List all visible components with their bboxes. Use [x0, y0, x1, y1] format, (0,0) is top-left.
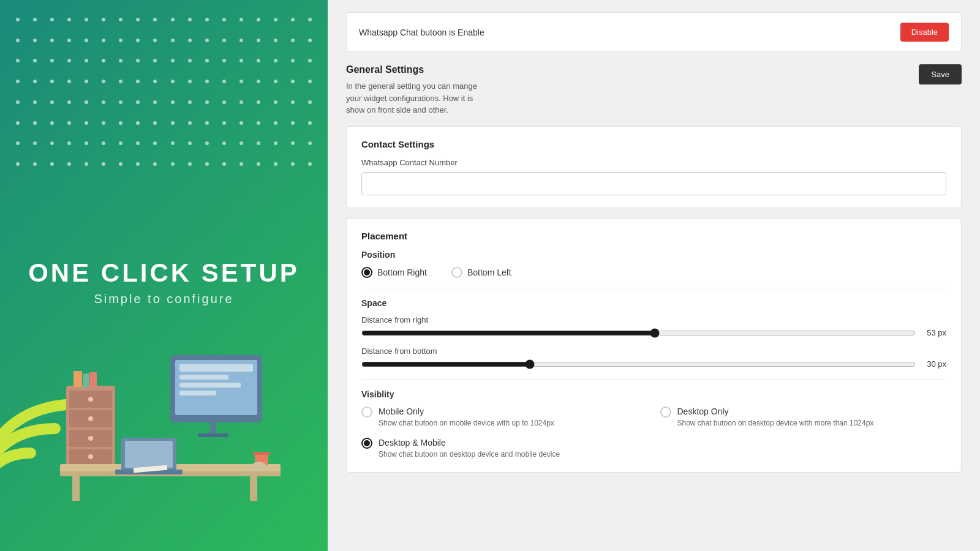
- dot: [188, 59, 192, 62]
- position-bottom-right[interactable]: Bottom Right: [361, 267, 427, 278]
- dot: [291, 121, 295, 125]
- dot: [153, 18, 157, 21]
- svg-point-5: [88, 397, 93, 402]
- dot: [222, 18, 226, 21]
- right-panel: Whatsapp Chat butoon is Enable Disable G…: [328, 0, 980, 551]
- dot: [85, 100, 88, 104]
- dot: [67, 121, 71, 125]
- dot: [119, 100, 123, 104]
- svg-rect-18: [179, 375, 228, 380]
- disable-button[interactable]: Disable: [900, 23, 949, 42]
- dot: [33, 59, 37, 62]
- dot: [50, 100, 54, 104]
- dot: [102, 121, 105, 125]
- distance-right-label: Distance from right: [361, 315, 946, 324]
- svg-point-7: [88, 436, 93, 441]
- svg-rect-17: [179, 364, 253, 372]
- dot: [153, 59, 157, 62]
- dot: [33, 100, 37, 104]
- radio-bottom-left-circle: [451, 267, 462, 278]
- distance-bottom-value: 30 px: [922, 359, 946, 369]
- dot: [222, 100, 226, 104]
- dot: [291, 100, 295, 104]
- dot: [171, 141, 175, 145]
- dot: [33, 162, 37, 166]
- dot: [171, 100, 175, 104]
- svg-rect-19: [179, 383, 241, 388]
- dot: [50, 39, 54, 42]
- status-text: Whatsapp Chat butoon is Enable: [359, 28, 484, 37]
- dot: [188, 141, 192, 145]
- dot: [308, 80, 312, 83]
- dot: [239, 59, 243, 62]
- position-bottom-left-label: Bottom Left: [467, 268, 511, 277]
- position-bottom-left[interactable]: Bottom Left: [451, 267, 511, 278]
- dot: [222, 39, 226, 42]
- dot: [16, 100, 20, 104]
- dot: [119, 80, 123, 83]
- phone-field-label: Whatsapp Contact Number: [361, 158, 946, 167]
- dot: [239, 18, 243, 21]
- visibility-desktop-mobile[interactable]: Desktop & Mobile Show chat butoon on des…: [361, 438, 648, 460]
- dot: [119, 59, 123, 62]
- phone-input[interactable]: [361, 172, 946, 195]
- svg-rect-26: [250, 476, 257, 501]
- dot: [171, 162, 175, 166]
- dot: [205, 80, 209, 83]
- svg-rect-11: [89, 372, 97, 387]
- visibility-desktop-only[interactable]: Desktop Only Show chat butoon on desktop…: [660, 407, 947, 429]
- dot: [67, 80, 71, 83]
- dot: [257, 39, 260, 42]
- distance-right-slider[interactable]: [361, 328, 916, 338]
- visibility-title: Visiblity: [361, 389, 946, 399]
- dot: [257, 121, 260, 125]
- distance-bottom-slider-container: 30 px: [361, 359, 946, 369]
- dot: [136, 121, 140, 125]
- dot: [16, 162, 20, 166]
- radio-mobile-only-circle: [361, 407, 372, 418]
- dot: [136, 162, 140, 166]
- dot: [205, 162, 209, 166]
- dot: [222, 141, 226, 145]
- dot: [188, 80, 192, 83]
- dots-decoration: // Generate dots inline via script: [0, 0, 328, 184]
- dot: [67, 18, 71, 21]
- dot: [85, 39, 88, 42]
- left-title: ONE CLICK SETUP: [28, 259, 300, 287]
- dot: [33, 18, 37, 21]
- position-bottom-right-label: Bottom Right: [377, 268, 427, 277]
- svg-rect-28: [125, 441, 173, 468]
- dot: [257, 100, 260, 104]
- dot: [67, 141, 71, 145]
- save-button[interactable]: Save: [919, 64, 962, 84]
- dot: [102, 39, 105, 42]
- dot: [33, 39, 37, 42]
- visibility-mobile-only-text: Mobile Only Show chat butoon on mobile d…: [379, 407, 554, 429]
- dot: [205, 100, 209, 104]
- dot: [257, 162, 260, 166]
- dot: [153, 100, 157, 104]
- dot: [171, 80, 175, 83]
- dot: [291, 80, 295, 83]
- dot: [102, 162, 105, 166]
- dot: [102, 100, 105, 104]
- svg-rect-31: [253, 452, 270, 455]
- dot: [205, 39, 209, 42]
- dot: [188, 100, 192, 104]
- dot: [153, 162, 157, 166]
- dot: [205, 59, 209, 62]
- dot: [205, 18, 209, 21]
- dot: [171, 18, 175, 21]
- dot: [119, 162, 123, 166]
- dot: [291, 59, 295, 62]
- distance-bottom-slider[interactable]: [361, 359, 916, 369]
- svg-rect-10: [83, 373, 89, 387]
- dot: [153, 39, 157, 42]
- dot: [102, 59, 105, 62]
- visibility-mobile-only[interactable]: Mobile Only Show chat butoon on mobile d…: [361, 407, 648, 429]
- dot: [67, 39, 71, 42]
- dot: [257, 59, 260, 62]
- dot: [67, 100, 71, 104]
- dot: [239, 141, 243, 145]
- left-panel: // Generate dots inline via script ONE C…: [0, 0, 328, 551]
